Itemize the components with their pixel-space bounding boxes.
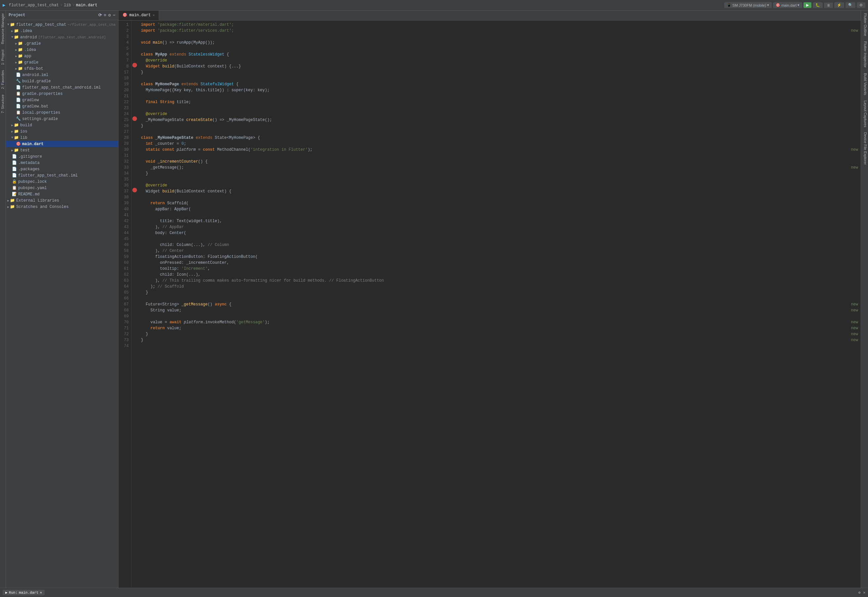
right-tab-build-variants[interactable]: Build Variants: [861, 70, 868, 98]
sidebar-tab-project[interactable]: 1: Project: [0, 47, 6, 67]
tree-item-external_libs[interactable]: ▶📁External Libraries: [6, 198, 118, 203]
gutter-line-35: [132, 175, 138, 181]
tree-item-lib[interactable]: ▼📁lib: [6, 135, 118, 141]
build-button[interactable]: ⚡: [834, 2, 844, 8]
run-tab[interactable]: ▶ Run: main.dart ✕: [3, 590, 45, 596]
tree-item-sfda-bot[interactable]: ▶📁sfda-bot: [6, 65, 118, 72]
tab-close-btn[interactable]: ✕: [153, 13, 155, 17]
bottom-close-icon[interactable]: ✕: [863, 590, 865, 595]
tree-item-flutter_iml2[interactable]: 📄flutter_app_test_chat.iml: [6, 172, 118, 178]
device-selector-btn[interactable]: 📱 SM J730FM (mobile) ▾: [724, 2, 772, 8]
tree-item-flutter_iml[interactable]: 📄flutter_app_test_chat_android.iml: [6, 84, 118, 91]
sidebar-tab-structure[interactable]: 7: Structure: [0, 92, 6, 116]
gutter-line-20: [132, 86, 138, 92]
gutter-line-7: [132, 56, 138, 62]
tree-item-gitignore[interactable]: 📄.gitignore: [6, 153, 118, 160]
line-num-59: 59: [120, 254, 129, 260]
file-tree: ▼ 📁 flutter_app_test_chat ~/flutter_app_…: [6, 20, 118, 588]
main-layout: Resource Manager 1: Project 2: Favorites…: [0, 10, 868, 588]
tree-item-pubspec_lock[interactable]: 🔒pubspec.lock: [6, 178, 118, 185]
line-num-61: 61: [120, 266, 129, 272]
tree-item-metadata[interactable]: 📄.metadata: [6, 160, 118, 166]
sidebar-tab-resource-manager[interactable]: Resource Manager: [0, 10, 6, 47]
breadcrumb-lib[interactable]: lib: [64, 3, 71, 7]
tree-item-local_props[interactable]: 📋local.properties: [6, 110, 118, 116]
sidebar-tab-favorites[interactable]: 2: Favorites: [0, 67, 6, 92]
run-config-btn[interactable]: 🎯 main.dart ▾: [773, 2, 802, 8]
panel-settings-icon[interactable]: ≡: [104, 13, 107, 18]
tree-item-test[interactable]: ▶📁test: [6, 147, 118, 153]
yaml-icon: 📋: [12, 186, 17, 190]
panel-gear-icon[interactable]: ⚙: [108, 13, 111, 18]
tree-root[interactable]: ▼ 📁 flutter_app_test_chat ~/flutter_app_…: [6, 21, 118, 28]
tree-item-gradlew_bat[interactable]: 📄gradlew.bat: [6, 103, 118, 110]
panel-sync-icon[interactable]: ⟳: [98, 13, 102, 18]
project-panel-header: Project ⟳ ≡ ⚙ −: [6, 10, 118, 20]
run-tab-close[interactable]: ✕: [40, 590, 42, 595]
line-numbers: 1234567817181920212223242526272829303132…: [118, 21, 132, 588]
packages-icon: 📄: [12, 166, 17, 172]
breadcrumb-sep1: ›: [60, 3, 63, 7]
tab-main-dart[interactable]: 🎯 main.dart ✕: [118, 10, 159, 20]
line-num-37: 37: [120, 189, 129, 195]
gutter-line-4: [132, 39, 138, 44]
right-tab-flutter-outline[interactable]: Flutter Outline: [861, 10, 868, 39]
tree-item-scratches[interactable]: ▶📁Scratches and Consoles: [6, 203, 118, 210]
tree-item-gradlew[interactable]: 📄gradlew: [6, 97, 118, 103]
bottom-settings-icon[interactable]: ⚙: [858, 590, 861, 595]
right-tab-flutter-inspector[interactable]: Flutter Inspector: [861, 39, 868, 70]
tree-item-android_iml[interactable]: 📄android.iml: [6, 72, 118, 78]
tree-item-gradle2[interactable]: ▶📁gradle: [6, 59, 118, 65]
breakpoint-marker[interactable]: [133, 116, 137, 121]
tree-item-build[interactable]: ▶📁build: [6, 122, 118, 128]
right-tab-layout-captures[interactable]: Layout Captures: [861, 98, 868, 130]
code-line-7: @override: [141, 58, 861, 64]
tab-label: main.dart: [130, 13, 151, 18]
tree-item-android[interactable]: ▼📁android[flutter_app_test_chat_android]: [6, 34, 118, 40]
search-button[interactable]: 🔍: [846, 2, 855, 8]
tree-item-readme[interactable]: 📝README.md: [6, 191, 118, 198]
tree-item-gradle_props[interactable]: 📋gradle.properties: [6, 91, 118, 97]
tree-item-main_dart[interactable]: 🎯main.dart: [6, 141, 118, 147]
breadcrumb-app[interactable]: flutter_app_test_chat: [9, 3, 58, 7]
stop-button[interactable]: ⏸: [824, 3, 833, 8]
line-num-5: 5: [120, 46, 129, 52]
code-editor[interactable]: 1234567817181920212223242526272829303132…: [118, 21, 861, 588]
tree-item-gradle1[interactable]: ▶📁.gradle: [6, 40, 118, 47]
code-line-38: [141, 195, 861, 200]
tree-item-ios[interactable]: ▶📁ios: [6, 128, 118, 135]
root-name: flutter_app_test_chat: [16, 22, 66, 27]
line-num-45: 45: [120, 236, 129, 242]
breakpoint-marker[interactable]: [133, 63, 137, 67]
gutter-line-45: [132, 235, 138, 241]
code-line-35: [141, 177, 861, 183]
code-line-6: class MyApp extends StatelessWidget {: [141, 52, 861, 58]
tree-item-idea[interactable]: ▶📁.idea: [6, 28, 118, 34]
gutter-line-44: [132, 229, 138, 235]
tree-item-idea2[interactable]: ▶📁.idea: [6, 47, 118, 53]
gutter-line-29: [132, 140, 138, 146]
tree-item-settings_gradle[interactable]: 🔧settings.gradle: [6, 116, 118, 122]
gutter-line-33: [132, 163, 138, 169]
settings-button[interactable]: ⚙: [857, 2, 865, 8]
line-num-35: 35: [120, 177, 129, 183]
code-line-3: [141, 34, 861, 40]
line-num-30: 30: [120, 147, 129, 153]
tree-item-packages[interactable]: 📄.packages: [6, 166, 118, 172]
breakpoint-marker[interactable]: [133, 188, 137, 192]
code-line-31: [141, 153, 861, 159]
metadata-icon: 📄: [12, 160, 17, 165]
tree-item-build_gradle[interactable]: 🔧build.gradle: [6, 78, 118, 84]
tree-item-pubspec_yaml[interactable]: 📋pubspec.yaml: [6, 185, 118, 191]
breadcrumb-file[interactable]: main.dart: [76, 3, 98, 7]
right-tab-device-file-explorer[interactable]: Device File Explorer: [861, 129, 868, 167]
run-button[interactable]: ▶: [804, 2, 811, 8]
iml-icon: 📄: [12, 173, 17, 178]
gutter-line-6: [132, 50, 138, 56]
tree-item-app[interactable]: ▶📁app: [6, 53, 118, 59]
panel-close-icon[interactable]: −: [113, 13, 115, 18]
gutter-line-68: [132, 306, 138, 312]
debug-button[interactable]: 🐛: [813, 2, 823, 8]
folder-icon: 📁: [14, 123, 19, 128]
gutter-line-46: [132, 241, 138, 247]
